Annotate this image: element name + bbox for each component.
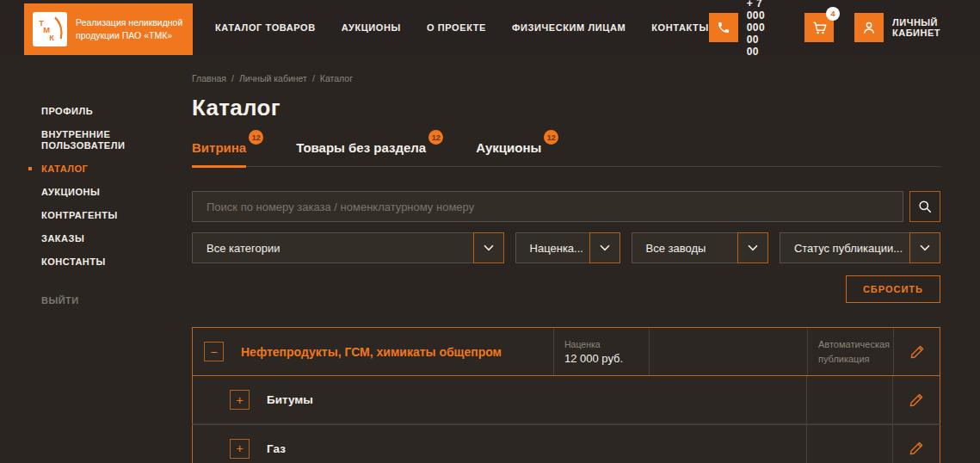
site-logo[interactable]: Т М К Реализация неликвидной продукции П… [24,3,193,55]
filter-publication-status[interactable]: Статус публикации... [780,232,940,263]
catalog-child-row[interactable]: + Битумы [192,376,940,424]
account-label: ЛИЧНЫЙ КАБИНЕТ [892,17,940,38]
main-content: Главная / Личный кабинет / Каталог Катал… [192,55,980,463]
category-name[interactable]: Нефтепродукты, ГСМ, химикаты общепром [241,345,502,359]
tab-products-badge: 12 [428,130,443,145]
breadcrumb-separator: / [231,73,234,83]
nav-individuals-link[interactable]: ФИЗИЧЕСКИМ ЛИЦАМ [512,22,626,33]
nav-about-link[interactable]: О ПРОЕКТЕ [427,22,486,33]
search-icon [918,200,932,213]
user-icon [854,13,884,42]
phone-contact[interactable]: + 7 000 000 00 00 [709,0,770,58]
sidebar-item-counterparties[interactable]: КОНТРАГЕНТЫ [41,210,192,221]
active-dot [28,167,32,170]
subcategory-name-cell: + Газ [193,425,806,463]
sidebar-item-profile[interactable]: ПРОФИЛЬ [41,106,192,117]
top-header: Т М К Реализация неликвидной продукции П… [0,0,980,55]
filter-markup[interactable]: Наценка... [515,232,620,263]
account-button[interactable]: ЛИЧНЫЙ КАБИНЕТ [854,13,940,42]
breadcrumb-current: Каталог [320,73,353,83]
empty-cell [806,376,892,423]
tab-bar: Витрина 12 Товары без раздела 12 Аукцион… [192,135,940,167]
edit-category-button[interactable] [893,328,940,375]
nav-contacts-link[interactable]: КОНТАКТЫ [651,22,708,33]
breadcrumb: Главная / Личный кабинет / Каталог [192,73,940,83]
markup-label: Наценка [564,339,601,349]
tab-products-without-section[interactable]: Товары без раздела 12 [296,135,426,166]
search-input[interactable] [192,191,903,222]
sidebar-item-catalog[interactable]: КАТАЛОГ [41,164,192,175]
pencil-icon [908,440,925,457]
page-title: Каталог [192,95,940,121]
tab-showcase-badge: 12 [249,130,263,145]
empty-cell [806,425,892,463]
sidebar-item-constants[interactable]: КОНСТАНТЫ [41,256,192,268]
empty-cell [649,328,807,375]
catalog-table: − Нефтепродукты, ГСМ, химикаты общепром … [192,327,940,463]
cart-icon [811,20,827,35]
cart-count-badge: 4 [826,7,840,21]
catalog-parent-row[interactable]: − Нефтепродукты, ГСМ, химикаты общепром … [192,327,940,376]
chevron-down-icon[interactable] [473,232,504,263]
pencil-icon [909,343,926,361]
breadcrumb-home[interactable]: Главная [192,73,226,83]
markup-value: 12 000 руб. [564,352,623,365]
filter-categories[interactable]: Все категории [192,232,504,263]
publication-cell: Автоматическая публикация [807,328,893,375]
subcategory-name-cell: + Битумы [193,376,806,423]
filter-plants[interactable]: Все заводы [632,232,768,263]
reset-row: СБРОСИТЬ [192,275,940,303]
nav-auctions-link[interactable]: АУКЦИОНЫ [342,22,401,33]
main-nav: КАТАЛОГ ТОВАРОВ АУКЦИОНЫ О ПРОЕКТЕ ФИЗИЧ… [215,22,709,33]
app-window: Т М К Реализация неликвидной продукции П… [0,0,980,463]
subcategory-name[interactable]: Битумы [267,393,313,406]
filter-row: Все категории Наценка... Все заводы Стат… [192,232,940,263]
chevron-down-icon[interactable] [589,232,620,263]
search-button[interactable] [909,191,940,222]
tmk-logo-icon: Т М К [33,12,67,46]
chevron-down-icon[interactable] [909,232,940,263]
search-row [192,191,940,222]
expand-button[interactable]: + [230,439,250,459]
sidebar-item-internal-users[interactable]: ВНУТРЕННИЕ ПОЛЬЗОВАТЕЛИ [41,129,192,151]
category-name-cell: − Нефтепродукты, ГСМ, химикаты общепром [193,328,553,375]
phone-number: + 7 000 000 00 00 [747,0,770,58]
expand-button[interactable]: + [230,390,250,410]
header-right-group: + 7 000 000 00 00 4 ЛИЧНЫЙ КАБИНЕТ [709,0,940,58]
pencil-icon [908,392,925,409]
catalog-child-row[interactable]: + Газ [192,424,940,463]
markup-cell: Наценка 12 000 руб. [553,328,649,375]
chevron-down-icon[interactable] [737,232,768,263]
tab-auctions[interactable]: Аукционы 12 [476,135,541,166]
sidebar: ПРОФИЛЬ ВНУТРЕННИЕ ПОЛЬЗОВАТЕЛИ КАТАЛОГ … [0,55,192,463]
breadcrumb-separator: / [312,73,315,83]
breadcrumb-account[interactable]: Личный кабинет [239,73,307,83]
logo-tagline: Реализация неликвидной продукции ПАО «ТМ… [76,16,182,42]
edit-subcategory-button[interactable] [892,376,940,423]
reset-filters-button[interactable]: СБРОСИТЬ [846,275,940,303]
sidebar-item-orders[interactable]: ЗАКАЗЫ [41,233,192,244]
collapse-button[interactable]: − [204,342,224,361]
phone-icon [709,13,738,42]
nav-catalog-link[interactable]: КАТАЛОГ ТОВАРОВ [215,22,316,33]
tab-auctions-badge: 12 [544,130,558,145]
tab-showcase[interactable]: Витрина 12 [192,135,246,168]
subcategory-name[interactable]: Газ [267,442,286,455]
edit-subcategory-button[interactable] [892,425,940,463]
sidebar-item-auctions[interactable]: АУКЦИОНЫ [41,187,192,198]
cart-button[interactable]: 4 [804,13,834,42]
svg-text:К: К [49,34,54,42]
logout-button[interactable]: ВЫЙТИ [41,295,192,306]
